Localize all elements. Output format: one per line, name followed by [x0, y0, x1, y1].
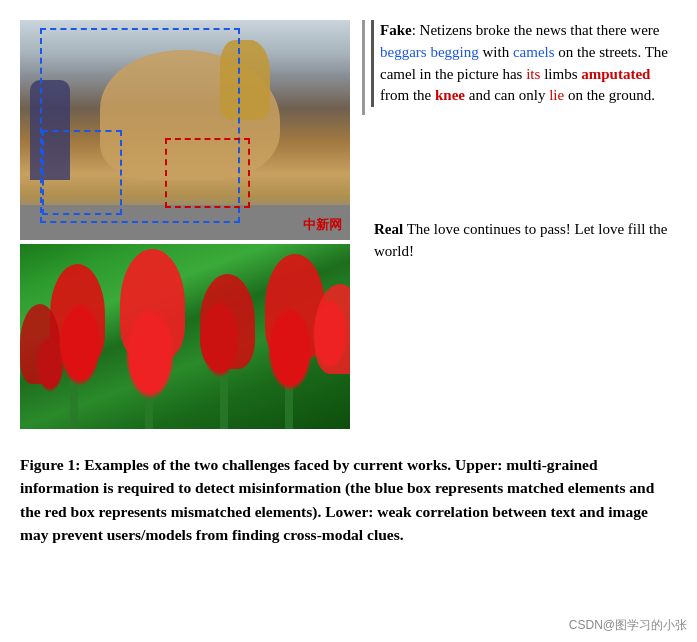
camels-highlight: camels: [513, 44, 555, 60]
csdn-watermark: CSDN@图学习的小张: [569, 617, 687, 634]
fake-section: Fake: Netizens broke the news that there…: [362, 20, 677, 115]
lie-highlight: lie: [549, 87, 564, 103]
knee-highlight: knee: [435, 87, 465, 103]
real-label: Real: [374, 221, 403, 237]
main-container: 中新网: [20, 20, 677, 546]
blue-inner-box: [42, 130, 122, 215]
red-box: [165, 138, 250, 208]
real-section: Real The love continues to pass! Let lov…: [362, 119, 677, 263]
fake-text: Fake: Netizens broke the news that there…: [371, 20, 677, 107]
camel-image: 中新网: [20, 20, 350, 240]
images-column: 中新网: [20, 20, 350, 429]
amputated-highlight: amputated: [581, 66, 650, 82]
tulip-image-wrapper: [20, 244, 350, 429]
tulip-image: [20, 244, 350, 429]
caption-text: Figure 1: Examples of the two challenges…: [20, 453, 677, 546]
top-section: 中新网: [20, 20, 677, 429]
real-content: The love continues to pass! Let love fil…: [374, 221, 667, 259]
text-column: Fake: Netizens broke the news that there…: [362, 20, 677, 429]
camel-watermark: 中新网: [303, 216, 342, 234]
caption-section: Figure 1: Examples of the two challenges…: [20, 445, 677, 546]
its-highlight: its: [526, 66, 540, 82]
real-text: Real The love continues to pass! Let lov…: [368, 219, 677, 263]
fake-label: Fake: [380, 22, 412, 38]
camel-image-wrapper: 中新网: [20, 20, 350, 240]
beggars-highlight: beggars begging: [380, 44, 479, 60]
caption-bold-text: Figure 1: Examples of the two challenges…: [20, 456, 654, 543]
